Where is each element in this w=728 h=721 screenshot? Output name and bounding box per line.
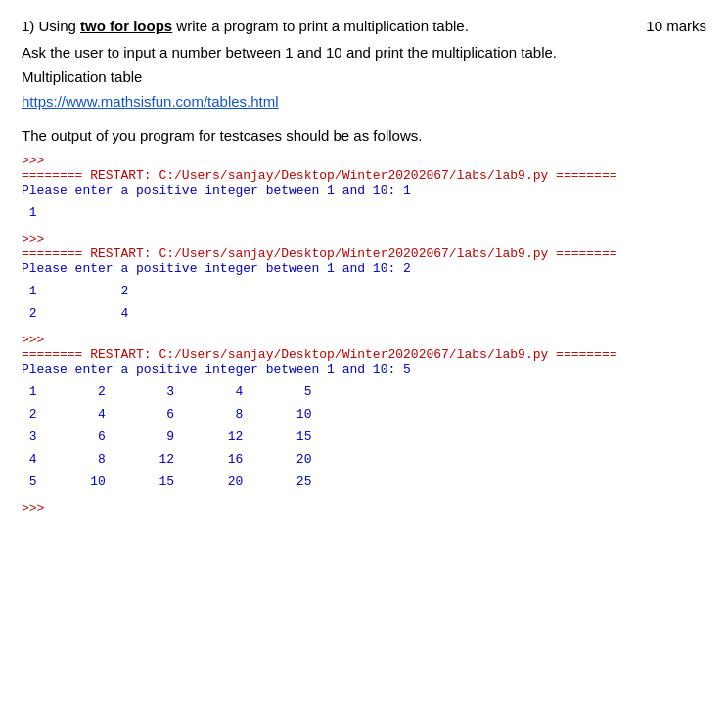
mult-label: Multiplication table <box>22 68 706 85</box>
tc3-output-row3: 3 6 9 12 15 <box>22 429 706 444</box>
tc3-restart: ======== RESTART: C:/Users/sanjay/Deskto… <box>22 347 706 362</box>
question-number: 1) <box>22 18 34 34</box>
tc1-input-line: Please enter a positive integer between … <box>22 183 706 198</box>
tc3-output-row4: 4 8 12 16 20 <box>22 452 706 467</box>
tc1-prompt: >>> <box>22 154 706 168</box>
bold-underline-text: two for loops <box>80 18 172 34</box>
tc2-input-line: Please enter a positive integer between … <box>22 261 706 276</box>
testcase3-block: >>> ======== RESTART: C:/Users/sanjay/De… <box>22 333 706 489</box>
question-header: 1) Using two for loops write a program t… <box>22 18 706 34</box>
tc3-input-line: Please enter a positive integer between … <box>22 362 706 377</box>
trailing-prompt-block: >>> <box>22 501 706 516</box>
question-intro: Using <box>39 18 81 34</box>
description-text: Ask the user to input a number between 1… <box>22 44 706 61</box>
tc3-prompt: >>> <box>22 333 706 347</box>
marks-label: 10 marks <box>646 18 706 34</box>
tc3-output-row5: 5 10 15 20 25 <box>22 474 706 489</box>
testcase2-block: >>> ======== RESTART: C:/Users/sanjay/De… <box>22 232 706 321</box>
question-text-after: write a program to print a multiplicatio… <box>172 18 469 34</box>
tc2-prompt: >>> <box>22 232 706 247</box>
tc1-restart: ======== RESTART: C:/Users/sanjay/Deskto… <box>22 168 706 183</box>
tc3-output-row2: 2 4 6 8 10 <box>22 407 706 422</box>
output-intro: The output of you program for testcases … <box>22 127 706 144</box>
trailing-prompt: >>> <box>22 501 706 516</box>
tc2-output-row1: 1 2 <box>22 284 706 298</box>
tc2-output-row2: 2 4 <box>22 306 706 321</box>
testcase1-block: >>> ======== RESTART: C:/Users/sanjay/De… <box>22 154 706 220</box>
tc3-output-row1: 1 2 3 4 5 <box>22 384 706 399</box>
question-text: 1) Using two for loops write a program t… <box>22 18 469 34</box>
tc2-restart: ======== RESTART: C:/Users/sanjay/Deskto… <box>22 247 706 261</box>
tc1-output-1: 1 <box>22 205 706 220</box>
mathsisfun-link[interactable]: https://www.mathsisfun.com/tables.html <box>22 93 279 110</box>
